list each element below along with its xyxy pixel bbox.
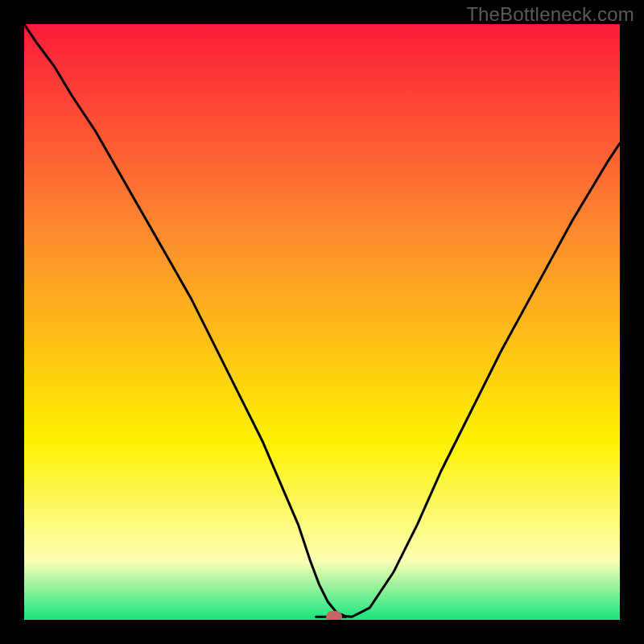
chart-frame: TheBottleneck.com [0, 0, 644, 644]
chart-svg [24, 24, 620, 620]
minimum-marker [326, 611, 342, 620]
watermark-text: TheBottleneck.com [466, 3, 634, 26]
gradient-background [24, 24, 620, 620]
plot-area [24, 24, 620, 620]
